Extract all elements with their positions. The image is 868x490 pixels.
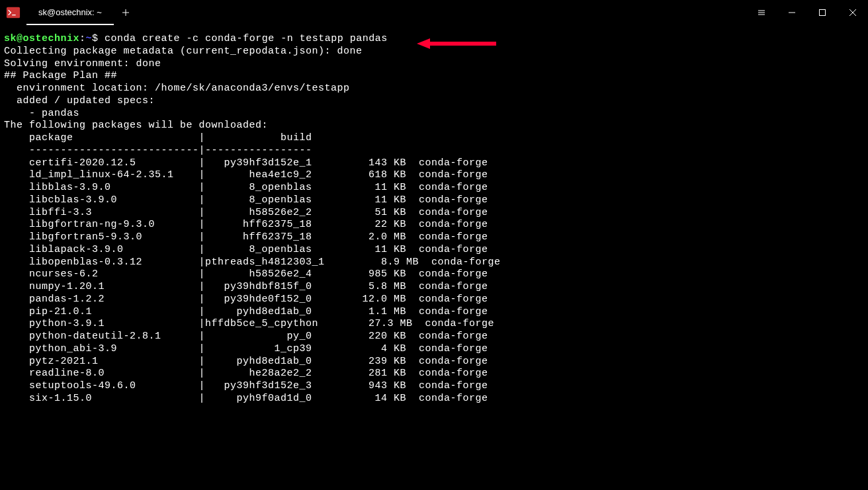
table-row: python-3.9.1 |hffdb5ce_5_cpython 27.3 MB… (4, 318, 864, 331)
table-row: certifi-2020.12.5 | py39hf3d152e_1 143 K… (4, 157, 864, 170)
table-row: pytz-2021.1 | pyhd8ed1ab_0 239 KB conda-… (4, 356, 864, 368)
table-row: libblas-3.9.0 | 8_openblas 11 KB conda-f… (4, 182, 864, 194)
close-button[interactable] (838, 0, 868, 25)
output-line: ## Package Plan ## (4, 70, 864, 83)
table-row: libopenblas-0.3.12 |pthreads_h4812303_1 … (4, 257, 864, 269)
minimize-button[interactable] (777, 0, 807, 25)
table-row: pandas-1.2.2 | py39hde0f152_0 12.0 MB co… (4, 294, 864, 306)
table-header: package | build (4, 132, 864, 145)
svg-rect-8 (820, 10, 826, 16)
table-row: python-dateutil-2.8.1 | py_0 220 KB cond… (4, 331, 864, 343)
table-row: libgfortran-ng-9.3.0 | hff62375_18 22 KB… (4, 219, 864, 231)
maximize-icon (818, 9, 826, 17)
prompt-dollar: $ (92, 33, 105, 44)
table-row: libcblas-3.9.0 | 8_openblas 11 KB conda-… (4, 194, 864, 207)
titlebar-right (746, 0, 868, 25)
minimize-icon (788, 9, 796, 17)
prompt-line: sk@ostechnix:~$ conda create -c conda-fo… (4, 33, 864, 46)
table-row: six-1.15.0 | pyh9f0ad1d_0 14 KB conda-fo… (4, 393, 864, 405)
table-row: ncurses-6.2 | h58526e2_4 985 KB conda-fo… (4, 268, 864, 281)
output-line: - pandas (4, 108, 864, 120)
titlebar-left: sk@ostechnix: ~ (0, 0, 138, 25)
output-line: Collecting package metadata (current_rep… (4, 46, 864, 58)
hamburger-icon (758, 9, 765, 17)
table-row: setuptools-49.6.0 | py39hf3d152e_3 943 K… (4, 380, 864, 393)
plus-icon (122, 9, 130, 17)
menu-button[interactable] (746, 0, 777, 25)
output-line: Solving environment: done (4, 58, 864, 71)
packages-list: certifi-2020.12.5 | py39hf3d152e_1 143 K… (4, 157, 864, 405)
prompt-host: ostechnix (23, 33, 80, 44)
prompt-colon: : (79, 33, 86, 44)
maximize-button[interactable] (807, 0, 838, 25)
svg-rect-0 (7, 7, 20, 19)
table-row: pip-21.0.1 | pyhd8ed1ab_0 1.1 MB conda-f… (4, 306, 864, 319)
table-divider: ---------------------------|------------… (4, 145, 864, 157)
prompt-path: ~ (86, 33, 93, 44)
table-row: libffi-3.3 | h58526e2_2 51 KB conda-forg… (4, 207, 864, 220)
table-row: numpy-1.20.1 | py39hdbf815f_0 5.8 MB con… (4, 281, 864, 294)
table-row: libgfortran5-9.3.0 | hff62375_18 2.0 MB … (4, 231, 864, 244)
command-text: conda create -c conda-forge -n testapp p… (105, 33, 388, 44)
tab-title: sk@ostechnix: ~ (38, 7, 102, 17)
table-row: python_abi-3.9 | 1_cp39 4 KB conda-forge (4, 343, 864, 356)
table-row: readline-8.0 | he28a2e2_2 281 KB conda-f… (4, 368, 864, 380)
table-row: ld_impl_linux-64-2.35.1 | hea4e1c9_2 618… (4, 169, 864, 182)
table-row: liblapack-3.9.0 | 8_openblas 11 KB conda… (4, 244, 864, 257)
tab-active[interactable]: sk@ostechnix: ~ (26, 0, 114, 25)
prompt-user: sk (4, 33, 17, 44)
titlebar: sk@ostechnix: ~ (0, 0, 868, 25)
prompt-at: @ (17, 33, 23, 44)
app-icon[interactable] (0, 0, 26, 25)
terminal-output[interactable]: sk@ostechnix:~$ conda create -c conda-fo… (0, 25, 868, 413)
terminal-icon (6, 5, 21, 20)
output-line: environment location: /home/sk/anaconda3… (4, 83, 864, 95)
output-line: added / updated specs: (4, 95, 864, 108)
output-line: The following packages will be downloade… (4, 120, 864, 132)
new-tab-button[interactable] (114, 0, 138, 25)
close-icon (849, 9, 857, 17)
